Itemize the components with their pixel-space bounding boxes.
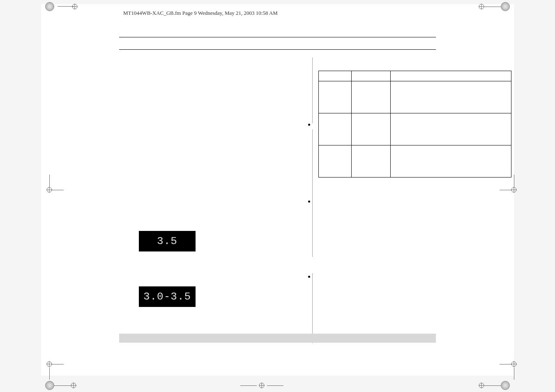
crop-mark-icon [479,381,510,390]
table-cell [319,81,352,113]
bullet-icon [308,124,310,126]
table-cell [352,113,391,145]
header-rule-outer [119,37,436,37]
data-table [318,71,511,178]
table-cell [319,71,352,81]
table-cell [391,145,511,178]
table-row [319,145,511,178]
column-divider [312,273,313,343]
table-row [319,81,511,113]
table-cell [391,113,511,145]
svg-point-9 [479,383,484,388]
column-divider [312,129,313,257]
table-cell [391,71,511,81]
table-cell [319,145,352,178]
table-cell [352,145,391,178]
header-rule-inner [119,49,436,50]
svg-point-6 [71,383,76,388]
bullet-icon [308,276,310,278]
crop-mark-icon [259,383,265,390]
bullet-icon [308,201,310,203]
header-filename: MT1044WB-XAC_GB.fm Page 9 Wednesday, May… [123,10,278,16]
svg-point-24 [259,383,264,388]
table-cell [352,81,391,113]
lcd-display-1: 3.5 [139,231,196,251]
column-divider [312,58,313,123]
table-row [319,71,511,81]
page-container: MT1044WB-XAC_GB.fm Page 9 Wednesday, May… [41,4,514,376]
lcd-display-2: 3.0-3.5 [139,286,196,307]
table-cell [391,81,511,113]
crop-mark-icon [45,381,76,390]
table-cell [319,113,352,145]
lcd-value: 3.0-3.5 [143,291,191,303]
footer-bar [119,334,436,343]
table-row [319,113,511,145]
lcd-value: 3.5 [157,235,177,247]
table-cell [352,71,391,81]
